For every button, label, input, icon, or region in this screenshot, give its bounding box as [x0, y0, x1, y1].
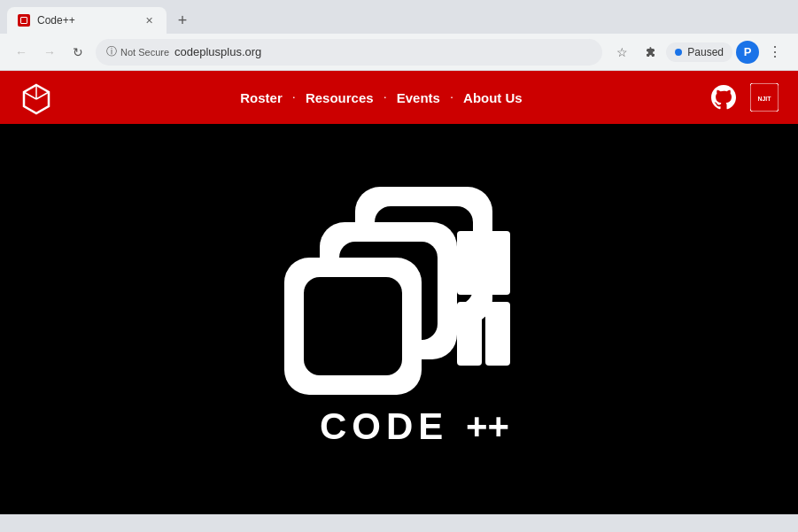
- reload-button[interactable]: ↻: [67, 42, 89, 63]
- menu-button[interactable]: ⋮: [763, 40, 787, 65]
- njit-button[interactable]: NJIT: [748, 81, 780, 113]
- nav-item-resources[interactable]: Resources: [300, 87, 379, 109]
- active-tab[interactable]: Code++ ✕: [7, 7, 167, 34]
- bookmark-button[interactable]: ☆: [609, 40, 634, 65]
- toolbar-right: ☆ Paused P ⋮: [609, 40, 787, 65]
- profile-avatar[interactable]: P: [736, 41, 759, 64]
- svg-rect-11: [485, 231, 510, 295]
- extension-button[interactable]: [638, 40, 662, 65]
- nav-separator-2: •: [384, 95, 386, 100]
- nav-item-about-us[interactable]: About Us: [458, 87, 528, 109]
- site-header: Roster • Resources • Events • About Us N…: [0, 71, 798, 124]
- nav-separator-1: •: [293, 95, 295, 100]
- nav-item-events[interactable]: Events: [391, 87, 445, 109]
- url-bar[interactable]: ⓘ Not Secure codeplusplus.org: [96, 39, 602, 66]
- tab-title: Code++: [37, 14, 135, 27]
- svg-text:CODE: CODE: [320, 405, 448, 447]
- svg-rect-12: [485, 302, 510, 366]
- website-content: Roster • Resources • Events • About Us N…: [0, 71, 798, 514]
- github-button[interactable]: [708, 81, 740, 113]
- forward-button[interactable]: →: [39, 42, 60, 63]
- paused-indicator: [675, 49, 682, 56]
- nav-item-roster[interactable]: Roster: [235, 87, 288, 109]
- svg-text:NJIT: NJIT: [757, 96, 771, 102]
- url-text: codeplusplus.org: [174, 45, 592, 58]
- paused-button[interactable]: Paused: [666, 42, 732, 62]
- svg-rect-10: [457, 302, 482, 366]
- codepp-logo-svg: CODE ++: [275, 178, 523, 461]
- back-button[interactable]: ←: [11, 42, 32, 63]
- site-nav: Roster • Resources • Events • About Us: [235, 87, 527, 109]
- tab-close-button[interactable]: ✕: [142, 13, 156, 27]
- security-label: Not Secure: [120, 47, 169, 58]
- browser-chrome: Code++ ✕ + ← → ↻ ⓘ Not Secure codepluspl…: [0, 0, 798, 71]
- nav-separator-3: •: [451, 95, 453, 100]
- security-indicator: ⓘ Not Secure: [106, 44, 169, 59]
- address-bar: ← → ↻ ⓘ Not Secure codeplusplus.org ☆ Pa…: [0, 34, 798, 71]
- paused-label: Paused: [687, 46, 724, 58]
- new-tab-button[interactable]: +: [170, 8, 195, 33]
- svg-text:++: ++: [466, 405, 509, 447]
- svg-rect-8: [304, 277, 402, 375]
- hero-logo: CODE ++: [275, 178, 523, 461]
- tab-favicon: [18, 14, 30, 27]
- tab-bar: Code++ ✕ +: [0, 0, 798, 34]
- hero-section: CODE ++: [0, 124, 798, 514]
- site-logo[interactable]: [18, 79, 55, 116]
- security-icon: ⓘ: [106, 44, 117, 59]
- svg-rect-9: [457, 231, 482, 295]
- site-header-right: NJIT: [708, 81, 780, 113]
